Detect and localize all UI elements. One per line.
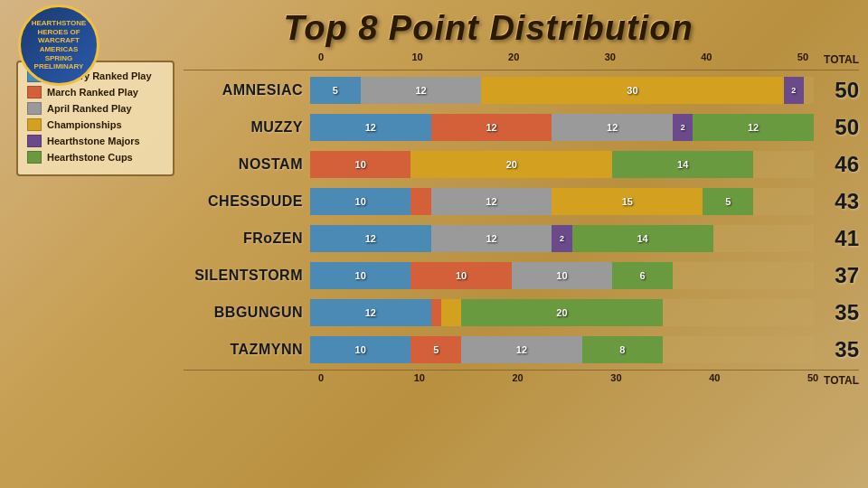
bar-segment-feb: 10 <box>310 336 410 363</box>
bar-segment-champ: 30 <box>481 77 783 104</box>
axis-bottom: 01020304050 TOTAL <box>184 370 859 389</box>
bar-segment-cups: 20 <box>461 299 663 326</box>
legend-label-majors: Hearthstone Majors <box>47 136 140 146</box>
logo-text: HEARTHSTONEHEROES OFWARCRAFTAMERICASSPRI… <box>32 19 87 71</box>
axis-value: 10 <box>410 372 429 389</box>
player-name: AMNESIAC <box>184 82 310 99</box>
axis-value: 10 <box>409 52 427 68</box>
bar-container-0: 512302 <box>310 77 814 104</box>
bar-container-5: 1010106 <box>310 262 814 289</box>
legend-item-cups: Hearthstone Cups <box>27 151 164 164</box>
legend-item-majors: Hearthstone Majors <box>27 135 164 147</box>
bar-segment-cups: 12 <box>693 114 814 141</box>
bar-segment-feb: 5 <box>310 77 361 104</box>
legend-label-apr: April Ranked Play <box>47 103 132 114</box>
legend-item-mar: March Ranked Play <box>27 86 164 99</box>
player-name: SILENTSTORM <box>184 267 310 284</box>
player-name: TAZMYNN <box>184 342 310 358</box>
total-label-bottom: TOTAL <box>824 372 859 389</box>
axis-value: 50 <box>804 372 822 389</box>
bar-segment-cups: 5 <box>703 188 753 215</box>
player-total: 35 <box>814 337 859 362</box>
bar-segment-cups: 8 <box>582 336 663 363</box>
bar-row-chessdude: CHESSDUDE101215543 <box>184 184 859 219</box>
player-total: 50 <box>814 78 859 103</box>
bar-segment-mar: 5 <box>410 336 461 363</box>
bar-segment-mar: 10 <box>410 262 511 289</box>
player-total: 41 <box>814 226 859 251</box>
bar-container-6: 1220 <box>310 299 814 326</box>
bar-segment-champ: 20 <box>410 151 612 178</box>
player-total: 37 <box>814 263 859 288</box>
player-name: CHESSDUDE <box>184 193 310 210</box>
axis-value: 20 <box>509 372 527 389</box>
bars-container: AMNESIAC51230250MUZZY12121221250NOSTAM10… <box>184 73 859 367</box>
bar-row-frozen: FRoZEN121221441 <box>184 221 859 256</box>
player-total: 50 <box>814 115 859 140</box>
legend-color-mar <box>27 86 42 99</box>
bar-segment-apr: 10 <box>512 262 612 289</box>
chart-area: 01020304050 TOTAL AMNESIAC51230250MUZZY1… <box>184 52 859 389</box>
bar-container-2: 102014 <box>310 151 814 178</box>
legend-label-champ: Championships <box>47 119 122 130</box>
bar-container-4: 1212214 <box>310 225 814 252</box>
legend-label-mar: March Ranked Play <box>47 87 138 98</box>
bar-row-bbgungun: BBGUNGUN122035 <box>184 296 859 330</box>
player-total: 43 <box>814 189 859 214</box>
bar-segment-feb: 10 <box>310 262 410 289</box>
bar-segment-apr: 12 <box>431 225 552 252</box>
axis-value: 30 <box>607 372 625 389</box>
player-name: FRoZEN <box>184 230 310 247</box>
bar-row-silentstorm: SILENTSTORM101010637 <box>184 258 859 293</box>
total-label-top: TOTAL <box>814 52 859 68</box>
bar-segment-mar <box>431 299 441 326</box>
bar-row-muzzy: MUZZY12121221250 <box>184 110 859 145</box>
bar-segment-mar: 12 <box>431 114 552 141</box>
bar-container-7: 105128 <box>310 336 814 363</box>
bar-segment-majors: 2 <box>673 114 693 141</box>
hearthstone-logo: HEARTHSTONEHEROES OFWARCRAFTAMERICASSPRI… <box>5 5 113 86</box>
bar-segment-feb: 10 <box>310 188 410 215</box>
legend-label-cups: Hearthstone Cups <box>47 152 133 163</box>
legend-item-champ: Championships <box>27 118 164 131</box>
bar-segment-cups: 14 <box>612 151 753 178</box>
legend-color-majors <box>27 135 42 147</box>
bar-row-nostam: NOSTAM10201446 <box>184 147 859 182</box>
bar-segment-apr: 12 <box>361 77 482 104</box>
bar-segment-feb: 12 <box>310 299 431 326</box>
bar-segment-apr: 12 <box>431 188 552 215</box>
bar-container-3: 1012155 <box>310 188 814 215</box>
axis-value: 30 <box>601 52 619 68</box>
page-title: Top 8 Point Distribution <box>118 9 859 48</box>
axis-numbers-bottom: 01020304050 <box>310 372 824 389</box>
legend-color-apr <box>27 102 42 115</box>
axis-value: 0 <box>312 372 330 389</box>
axis-value: 50 <box>794 52 812 68</box>
axis-value: 0 <box>312 52 330 68</box>
bar-segment-majors: 2 <box>552 225 571 252</box>
player-name: MUZZY <box>184 119 310 136</box>
player-name: BBGUNGUN <box>184 305 310 321</box>
bar-segment-feb: 12 <box>310 225 431 252</box>
axis-value: 40 <box>705 372 723 389</box>
bar-segment-feb: 12 <box>310 114 431 141</box>
legend-color-champ <box>27 118 42 131</box>
axis-value: 40 <box>697 52 715 68</box>
bar-row-amnesiac: AMNESIAC51230250 <box>184 73 859 108</box>
legend-item-apr: April Ranked Play <box>27 102 164 115</box>
axis-numbers-top: 01020304050 <box>310 52 814 68</box>
bar-segment-cups: 14 <box>572 225 713 252</box>
bar-segment-mar: 10 <box>310 151 410 178</box>
player-name: NOSTAM <box>184 156 310 173</box>
bar-segment-mar <box>410 188 430 215</box>
bar-row-tazmynn: TAZMYNN10512835 <box>184 333 859 367</box>
bar-segment-champ <box>441 299 461 326</box>
player-total: 35 <box>814 300 859 325</box>
axis-top: 01020304050 TOTAL <box>184 52 859 70</box>
bar-segment-apr: 12 <box>552 114 673 141</box>
bar-segment-apr: 12 <box>461 336 582 363</box>
player-total: 46 <box>814 152 859 177</box>
bar-segment-cups: 6 <box>612 262 673 289</box>
bar-segment-champ: 15 <box>552 188 703 215</box>
axis-value: 20 <box>505 52 523 68</box>
